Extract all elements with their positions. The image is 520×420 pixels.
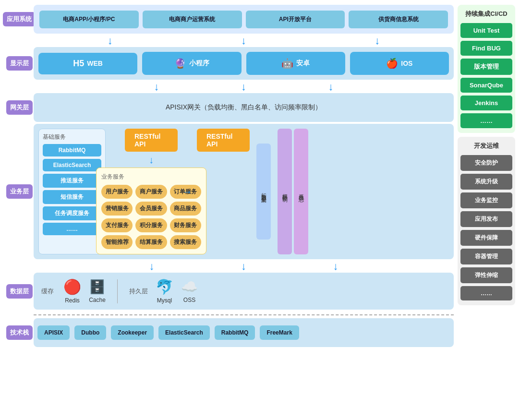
display-label: 显示层 xyxy=(5,47,34,80)
arrow-down-8: ↓ xyxy=(241,261,246,272)
display-android: 🤖 安卓 xyxy=(246,52,345,75)
ci-btn-version[interactable]: 版本管理 xyxy=(460,59,512,75)
devops-btn-upgrade[interactable]: 系统升级 xyxy=(460,174,512,190)
biz-item-6: 支付服务 xyxy=(101,218,133,232)
gateway-label: 网关层 xyxy=(5,93,34,122)
svc-more: …… xyxy=(43,223,101,235)
data-row: 数据层 缓存 🔴 Redis 🗄️ Cache 持久层 🐬 Mysql xyxy=(5,273,454,310)
ci-btn-jenkins[interactable]: Jenkins xyxy=(460,96,512,110)
arrow-container-3: ↓ ↓ ↓ xyxy=(34,261,454,272)
biz-item-9: 智能推荐 xyxy=(101,235,133,249)
devops-btn-elastic[interactable]: 弹性伸缩 xyxy=(460,267,512,283)
biz-item-3: 营销服务 xyxy=(101,202,133,216)
mysql-label: Mysql xyxy=(157,297,172,304)
biz-item-7: 积分服务 xyxy=(135,218,167,232)
devops-btn-more[interactable]: …… xyxy=(460,286,512,300)
business-row: 业务层 基础服务 RabbitMQ ElasticSearch 推送服务 短信服… xyxy=(5,124,454,259)
oss-item: ☁️ OSS xyxy=(181,279,198,303)
arrow-down-1: ↓ xyxy=(108,36,113,46)
tech-elasticsearch: ElasticSearch xyxy=(158,325,210,340)
app-label: 应用系统 xyxy=(5,5,34,34)
arrow-down-5: ↓ xyxy=(241,82,246,92)
oss-icon: ☁️ xyxy=(181,279,198,295)
ci-cd-panel: 持续集成CI/CD Unit Test Find BUG 版本管理 SonarQ… xyxy=(458,5,515,133)
display-badge: 显示层 xyxy=(6,56,33,71)
arrow-down-7: ↓ xyxy=(149,261,155,272)
cache-label-text: Cache xyxy=(89,297,106,303)
restful-arrow-1: ↓ xyxy=(149,155,154,166)
ci-btn-find-bug[interactable]: Find BUG xyxy=(460,41,512,56)
right-panel: 持续集成CI/CD Unit Test Find BUG 版本管理 SonarQ… xyxy=(458,5,515,415)
devops-title: 开发运维 xyxy=(460,142,512,150)
data-badge: 数据层 xyxy=(6,284,33,299)
gateway-badge: 网关层 xyxy=(6,100,33,115)
cache-label: 缓存 xyxy=(41,287,56,296)
biz-item-10: 结算服务 xyxy=(135,235,167,249)
dashed-separator xyxy=(34,314,454,315)
apple-icon: 🍎 xyxy=(386,58,398,69)
arrow-row-1: ↓ ↓ ↓ xyxy=(5,36,454,46)
arrow-right-biz: → xyxy=(182,129,192,254)
syslog-panel: 系统日志 xyxy=(294,129,308,254)
devops-btn-deploy[interactable]: 应用发布 xyxy=(460,211,512,227)
web-label: WEB xyxy=(87,60,103,67)
app-row: 应用系统 电商APP/小程序/PC 电商商户运营系统 API开放平台 供货商信息… xyxy=(5,5,454,34)
svc-elasticsearch: ElasticSearch xyxy=(43,159,101,171)
svc-task: 任务调度服务 xyxy=(43,206,101,220)
tech-freemark: FreeMark xyxy=(260,325,299,340)
devops-btn-security[interactable]: 安全防护 xyxy=(460,155,512,171)
redis-item: 🔴 Redis xyxy=(63,278,81,304)
tech-badge: 技术栈 xyxy=(6,325,33,340)
devops-btn-hardware[interactable]: 硬件保障 xyxy=(460,230,512,246)
basic-services-title: 基础服务 xyxy=(43,133,101,141)
arrow-right-icon: → xyxy=(182,186,192,197)
gateway-row-content: APISIX网关（负载均衡、黑白名单、访问频率限制） xyxy=(34,93,454,122)
data-row-content: 缓存 🔴 Redis 🗄️ Cache 持久层 🐬 Mysql ☁️ OS xyxy=(34,273,454,310)
android-icon: 🤖 xyxy=(281,58,293,69)
business-badge: 业务层 xyxy=(6,184,33,199)
ci-btn-unit-test[interactable]: Unit Test xyxy=(460,23,512,38)
arrow-down-6: ↓ xyxy=(328,82,334,92)
svc-sms: 短信服务 xyxy=(43,190,101,204)
ci-cd-title: 持续集成CI/CD xyxy=(460,10,512,18)
app-badge: 应用系统 xyxy=(3,12,36,26)
app-box-2: API开放平台 xyxy=(246,11,345,28)
behavior-panel: 行为数据采集 xyxy=(256,144,271,240)
tech-label: 技术栈 xyxy=(5,318,34,347)
rights-panel: 权限控制 xyxy=(278,129,292,254)
restful-col-1: RESTful API ↓ 业务服务 用户服务 商户服务 订单服务 营销服务 会… xyxy=(125,129,178,254)
gateway-text: APISIX网关（负载均衡、黑白名单、访问频率限制） xyxy=(166,103,322,112)
android-label: 安卓 xyxy=(296,59,310,68)
persist-label: 持久层 xyxy=(129,287,148,296)
tech-dubbo: Dubbo xyxy=(74,325,106,340)
gateway-row: 网关层 APISIX网关（负载均衡、黑白名单、访问频率限制） xyxy=(5,93,454,122)
basic-services-panel: 基础服务 RabbitMQ ElasticSearch 推送服务 短信服务 任务… xyxy=(38,129,106,254)
devops-panel: 开发运维 安全防护 系统升级 业务监控 应用发布 硬件保障 容器管理 弹性伸缩 … xyxy=(458,137,515,305)
ci-btn-more[interactable]: …… xyxy=(460,113,512,128)
biz-item-1: 商户服务 xyxy=(135,185,167,199)
main-wrapper: 应用系统 电商APP/小程序/PC 电商商户运营系统 API开放平台 供货商信息… xyxy=(0,0,520,420)
ci-btn-sonar[interactable]: SonarQube xyxy=(460,78,512,93)
business-label: 业务层 xyxy=(5,124,34,259)
display-miniapp: 🔮 小程序 xyxy=(142,52,241,75)
app-box-1: 电商商户运营系统 xyxy=(143,11,242,28)
arrow-down-9: ↓ xyxy=(333,261,339,272)
devops-btn-monitor[interactable]: 业务监控 xyxy=(460,192,512,208)
cache-icon: 🗄️ xyxy=(89,279,106,295)
data-label: 数据层 xyxy=(5,273,34,310)
data-divider xyxy=(117,279,118,303)
tech-row: 技术栈 APISIX Dubbo Zookeeper ElasticSearch… xyxy=(5,318,454,347)
tech-rabbitmq: RabbitMQ xyxy=(215,325,255,340)
redis-label: Redis xyxy=(65,297,80,304)
behavior-container: 行为数据采集 xyxy=(256,129,271,254)
miniapp-label: 小程序 xyxy=(189,59,209,68)
arrow-container-2: ↓ ↓ ↓ xyxy=(34,82,454,92)
mysql-item: 🐬 Mysql xyxy=(156,278,173,304)
business-row-content: 基础服务 RabbitMQ ElasticSearch 推送服务 短信服务 任务… xyxy=(34,124,454,259)
h5-icon: H5 xyxy=(73,59,84,69)
arrow-row-2: ↓ ↓ ↓ xyxy=(5,82,454,92)
devops-btn-container[interactable]: 容器管理 xyxy=(460,249,512,264)
tech-apisix: APISIX xyxy=(37,325,70,340)
tech-zookeeper: Zookeeper xyxy=(111,325,154,340)
app-box-3: 供货商信息系统 xyxy=(349,11,448,28)
